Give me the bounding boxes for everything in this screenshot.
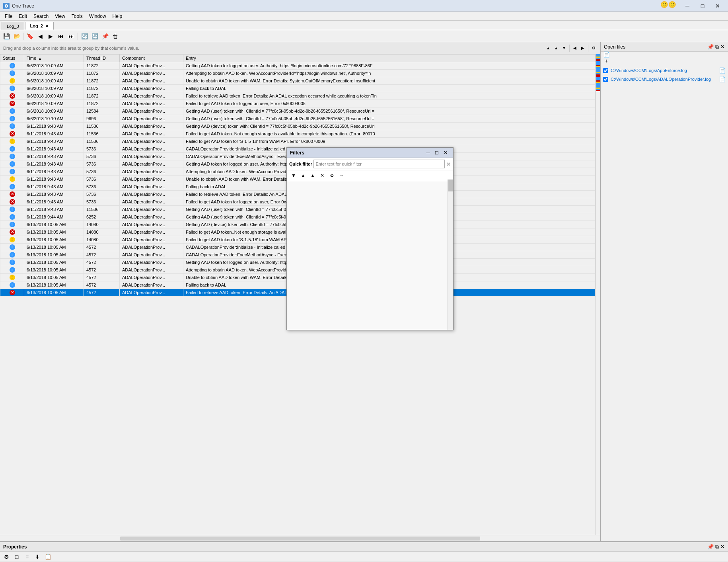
table-row[interactable]: i 6/6/2018 10:09 AM 11872 ADALOperationP… — [0, 70, 596, 77]
table-row[interactable]: ! 6/11/2018 9:43 AM 11536 ADALOperationP… — [0, 138, 596, 145]
col-entry[interactable]: Entry — [183, 55, 596, 62]
filter-clear-btn[interactable]: ✕ — [318, 172, 327, 180]
toolbar-first[interactable]: ⏮ — [56, 32, 66, 41]
menu-search[interactable]: Search — [30, 13, 52, 20]
file-path-0[interactable]: C:\Windows\CCM\Logs\AppEnforce.log — [611, 68, 717, 73]
col-status[interactable]: Status — [0, 55, 24, 62]
cell-status: i — [0, 221, 24, 228]
cell-component: ADALOperationProv... — [120, 228, 183, 236]
table-row[interactable]: ✕ 6/11/2018 9:43 AM 11536 ADALOperationP… — [0, 130, 596, 138]
file-action-0[interactable]: 📄 — [719, 67, 726, 74]
menu-help[interactable]: Help — [109, 13, 126, 20]
filter-settings-btn[interactable]: ⚙ — [327, 172, 336, 180]
props-btn2[interactable]: □ — [12, 552, 21, 561]
props-float[interactable]: ⧉ — [715, 544, 719, 550]
table-row[interactable]: i 6/6/2018 10:09 AM 12584 ADALOperationP… — [0, 107, 596, 115]
filter-scroll-thumb[interactable] — [448, 180, 453, 191]
table-row[interactable]: i 6/6/2018 10:09 AM 11872 ADALOperationP… — [0, 62, 596, 70]
right-panel-close[interactable]: ✕ — [720, 44, 725, 50]
cell-thread: 5736 — [84, 160, 120, 168]
cell-time: 6/11/2018 9:44 AM — [24, 213, 84, 221]
table-row[interactable]: ✕ 6/6/2018 10:09 AM 11872 ADALOperationP… — [0, 100, 596, 107]
cell-time: 6/11/2018 9:43 AM — [24, 176, 84, 183]
table-row[interactable]: i 6/6/2018 10:10 AM 9696 ADALOperationPr… — [0, 115, 596, 123]
props-btn5[interactable]: 📋 — [43, 552, 53, 561]
filters-close[interactable]: ✕ — [441, 148, 450, 157]
filters-maximize[interactable]: □ — [432, 148, 441, 157]
toolbar-next[interactable]: ▶ — [46, 32, 55, 41]
toolbar-delete[interactable]: 🗑 — [111, 32, 120, 41]
file-checkbox-1[interactable] — [603, 77, 608, 82]
toolbar-last[interactable]: ⏭ — [66, 32, 76, 41]
props-btn3[interactable]: ≡ — [22, 552, 32, 561]
cell-time: 6/6/2018 10:09 AM — [24, 70, 84, 77]
close-button[interactable]: ✕ — [710, 1, 725, 11]
nav-btn3[interactable]: ◀ — [571, 45, 578, 52]
add-file-btn[interactable]: 📄+ — [601, 53, 611, 62]
open-files-header: Open files 📌 ⧉ ✕ — [601, 42, 728, 52]
props-pin[interactable]: 📌 — [707, 544, 714, 550]
cell-time: 6/13/2018 10:05 AM — [24, 281, 84, 289]
toolbar-pin[interactable]: 📌 — [100, 32, 110, 41]
props-btn4[interactable]: ⬇ — [33, 552, 42, 561]
filter-apply-btn[interactable]: → — [337, 172, 346, 180]
cell-component: ADALOperationProv... — [120, 62, 183, 70]
file-checkbox-0[interactable] — [603, 68, 608, 73]
cell-status: ✕ — [0, 130, 24, 138]
table-row[interactable]: ! 6/6/2018 10:09 AM 11872 ADALOperationP… — [0, 77, 596, 85]
quick-filter-input[interactable] — [313, 160, 445, 168]
nav-btn1[interactable]: ▲ — [553, 45, 560, 52]
quick-filter-clear[interactable]: ✕ — [446, 161, 451, 167]
toolbar-refresh[interactable]: 🔄 — [80, 32, 89, 41]
table-row[interactable]: i 6/6/2018 10:09 AM 11872 ADALOperationP… — [0, 85, 596, 92]
filter-remove-btn[interactable]: ▲ — [308, 172, 317, 180]
menu-view[interactable]: View — [52, 13, 68, 20]
right-panel-float[interactable]: ⧉ — [715, 44, 719, 50]
tab-log2-close[interactable]: ✕ — [45, 24, 49, 28]
toolbar-bookmark[interactable]: 🔖 — [25, 32, 35, 41]
table-row[interactable]: i 6/11/2018 9:43 AM 11536 ADALOperationP… — [0, 123, 596, 130]
menu-window[interactable]: Window — [86, 13, 109, 20]
file-action-1[interactable]: 📄 — [719, 76, 726, 82]
cell-time: 6/13/2018 10:05 AM — [24, 274, 84, 281]
col-component[interactable]: Component — [120, 55, 183, 62]
level-icon: ✕ — [10, 131, 15, 137]
toolbar-prev[interactable]: ◀ — [35, 32, 45, 41]
table-row[interactable]: ✕ 6/6/2018 10:09 AM 11872 ADALOperationP… — [0, 92, 596, 100]
nav-btn4[interactable]: ▶ — [579, 45, 586, 52]
menu-edit[interactable]: Edit — [16, 13, 30, 20]
cell-thread: 4572 — [84, 259, 120, 266]
menu-tools[interactable]: Tools — [68, 13, 86, 20]
toolbar-refresh2[interactable]: 🔄 — [90, 32, 99, 41]
menu-file[interactable]: File — [2, 13, 16, 20]
toolbar-save[interactable]: 💾 — [2, 32, 11, 41]
scroll-top-btn[interactable]: ▲ — [545, 45, 552, 52]
settings-btn[interactable]: ⚙ — [590, 45, 597, 52]
cell-status: i — [0, 168, 24, 176]
props-close[interactable]: ✕ — [720, 544, 725, 550]
toolbar-open[interactable]: 📂 — [12, 32, 21, 41]
filters-minimize[interactable]: ─ — [424, 148, 432, 157]
col-thread[interactable]: Thread ID — [84, 55, 120, 62]
hscroll-area[interactable] — [0, 535, 600, 541]
cell-thread: 5736 — [84, 176, 120, 183]
filter-scrollbar[interactable] — [448, 180, 453, 330]
filter-up-btn[interactable]: ▲ — [299, 172, 308, 180]
col-time[interactable]: Time ▲ — [24, 55, 84, 62]
properties-panel: Properties 📌 ⧉ ✕ ⚙ □ ≡ ⬇ 📋 ✖ Configurati… — [0, 541, 728, 562]
cell-component: ADALOperationProv... — [120, 168, 183, 176]
hscroll-thumb[interactable] — [120, 537, 480, 541]
tab-log0[interactable]: Log_0 — [2, 22, 24, 30]
minimize-button[interactable]: ─ — [680, 1, 695, 11]
cell-component: ADALOperationProv... — [120, 206, 183, 213]
cell-status: i — [0, 251, 24, 259]
right-panel-pin[interactable]: 📌 — [707, 44, 714, 50]
filter-add-btn[interactable]: ▼ — [289, 172, 298, 180]
props-btn1[interactable]: ⚙ — [2, 552, 11, 561]
nav-btn2[interactable]: ▼ — [561, 45, 568, 52]
tab-log2[interactable]: Log_2 ✕ — [25, 22, 54, 30]
cell-thread: 11536 — [84, 138, 120, 145]
level-icon: i — [10, 214, 15, 220]
file-path-1[interactable]: C:\Windows\CCM\Logs\ADALOperationProvide… — [611, 77, 717, 82]
maximize-button[interactable]: □ — [695, 1, 710, 11]
